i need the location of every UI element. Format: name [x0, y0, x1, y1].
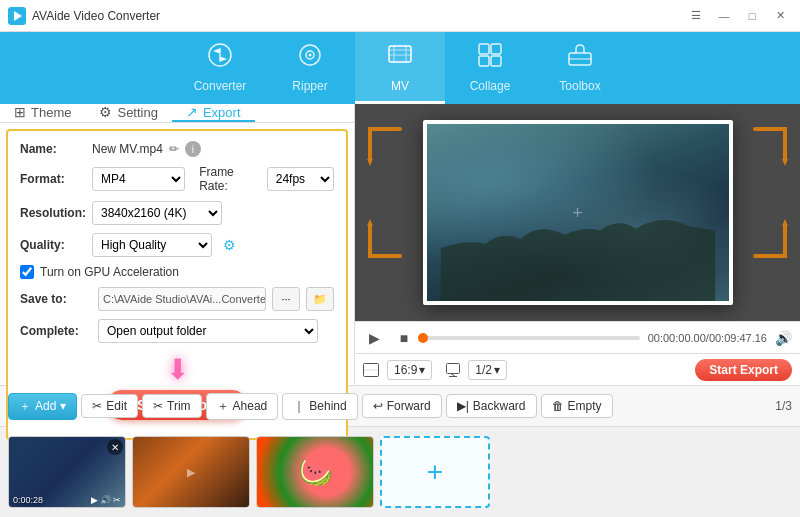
thumb1-close-btn[interactable]: ✕ [107, 439, 123, 455]
svg-rect-6 [389, 46, 411, 62]
edit-icon[interactable]: ✏ [169, 142, 179, 156]
app-title: AVAide Video Converter [32, 9, 684, 23]
quality-select[interactable]: High QualityMedium QualityLow Quality [92, 233, 212, 257]
ahead-icon: ＋ [217, 398, 229, 415]
nav-collage-label: Collage [470, 79, 511, 93]
down-arrow-icon: ⬇ [166, 353, 189, 386]
filmstrip-item-2[interactable]: ▶ [132, 436, 250, 508]
edit-button[interactable]: ✂ Edit [81, 394, 138, 418]
svg-rect-9 [479, 56, 489, 66]
complete-select[interactable]: Open output folderDo nothingShut down [98, 319, 318, 343]
time-total: 00:09:47.16 [709, 332, 767, 344]
nav-toolbox[interactable]: Toolbox [535, 32, 625, 104]
film-add-plus-icon: + [427, 456, 443, 488]
trim-button[interactable]: ✂ Trim [142, 394, 202, 418]
maximize-btn[interactable]: □ [740, 7, 764, 25]
thumb1-controls: ▶ 🔊 ✂ [91, 495, 121, 505]
name-value: New MV.mp4 [92, 142, 163, 156]
gpu-label: Turn on GPU Acceleration [40, 265, 179, 279]
resolution-icon [363, 363, 379, 377]
name-value-container: New MV.mp4 ✏ i [92, 141, 334, 157]
progress-bar[interactable] [423, 336, 640, 340]
gpu-checkbox[interactable] [20, 265, 34, 279]
name-label: Name: [20, 142, 92, 156]
time-display: 00:00:00.00/00:09:47.16 [648, 332, 767, 344]
arrow-br-overlay [740, 211, 790, 261]
aspect-bar: 16:9 ▾ 1/2 ▾ Start Export [355, 353, 800, 385]
svg-rect-10 [491, 56, 501, 66]
tab-theme[interactable]: ⊞ Theme [0, 104, 85, 122]
add-chevron-icon: ▾ [60, 399, 66, 413]
filmstrip-item-1[interactable]: ✕ 0:00:28 ▶ 🔊 ✂ [8, 436, 126, 508]
more-btn[interactable]: ··· [272, 287, 300, 311]
thumb1-duration: 0:00:28 [13, 495, 43, 505]
svg-marker-13 [367, 159, 373, 166]
add-button[interactable]: ＋ Add ▾ [8, 393, 77, 420]
svg-rect-7 [479, 44, 489, 54]
info-icon[interactable]: i [185, 141, 201, 157]
nav-converter-label: Converter [194, 79, 247, 93]
thumb1-volume-icon: 🔊 [100, 495, 111, 505]
stop-button[interactable]: ■ [393, 327, 415, 349]
svg-rect-19 [447, 363, 460, 373]
forward-button[interactable]: ↩ Forward [362, 394, 442, 418]
folder-btn[interactable]: 📁 [306, 287, 334, 311]
main-layout: ⊞ Theme ⚙ Setting ↗ Export Name: New MV.… [0, 104, 800, 385]
add-filmstrip-button[interactable]: + [380, 436, 490, 508]
nav-collage[interactable]: Collage [445, 32, 535, 104]
video-area: + [355, 104, 800, 321]
setting-gear-icon: ⚙ [99, 104, 112, 120]
tab-theme-label: Theme [31, 105, 71, 120]
ahead-button[interactable]: ＋ Ahead [206, 393, 279, 420]
resolution-row: Resolution: 3840x2160 (4K)1920x1080 (HD)… [20, 201, 334, 225]
quality-settings-btn[interactable]: ⚙ [218, 234, 240, 256]
filmstrip-item-3[interactable]: 🍉 [256, 436, 374, 508]
app-icon [8, 7, 26, 25]
page-fraction-value: 1/2 [475, 363, 492, 377]
nav-ripper[interactable]: Ripper [265, 32, 355, 104]
page-fraction-btn[interactable]: 1/2 ▾ [468, 360, 507, 380]
format-row: Format: MP4AVIMOVMKV Frame Rate: 24fps25… [20, 165, 334, 193]
titlebar: AVAide Video Converter ☰ — □ ✕ [0, 0, 800, 32]
empty-button[interactable]: 🗑 Empty [541, 394, 613, 418]
menu-btn[interactable]: ☰ [684, 7, 708, 25]
backward-button[interactable]: ▶| Backward [446, 394, 537, 418]
format-select[interactable]: MP4AVIMOVMKV [92, 167, 185, 191]
export-arrow-icon: ↗ [186, 104, 198, 120]
play-button[interactable]: ▶ [363, 327, 385, 349]
backward-icon: ▶| [457, 399, 469, 413]
tab-bar: ⊞ Theme ⚙ Setting ↗ Export [0, 104, 354, 123]
screen-icon [446, 363, 460, 377]
resolution-label: Resolution: [20, 206, 92, 220]
forward-label: Forward [387, 399, 431, 413]
start-export-sm-button[interactable]: Start Export [695, 359, 792, 381]
svg-marker-14 [782, 159, 788, 166]
behind-button[interactable]: ｜ Behind [282, 393, 357, 420]
right-panel: + ▶ ■ 00:00:00.00/00:09:47.16 🔊 16:9 ▾ [355, 104, 800, 385]
framerate-select[interactable]: 24fps25fps30fps60fps [267, 167, 334, 191]
video-preview: + [423, 120, 733, 305]
video-crosshair: + [572, 202, 583, 223]
nav-converter[interactable]: Converter [175, 32, 265, 104]
close-btn[interactable]: ✕ [768, 7, 792, 25]
nav-mv[interactable]: MV [355, 32, 445, 104]
toolbox-icon [566, 41, 594, 75]
behind-label: Behind [309, 399, 346, 413]
framerate-label: Frame Rate: [199, 165, 261, 193]
resolution-select[interactable]: 3840x2160 (4K)1920x1080 (HD)1280x720 [92, 201, 222, 225]
volume-button[interactable]: 🔊 [775, 330, 792, 346]
svg-point-5 [309, 53, 312, 56]
edit-label: Edit [106, 399, 127, 413]
tab-setting[interactable]: ⚙ Setting [85, 104, 171, 122]
aspect-ratio-btn[interactable]: 16:9 ▾ [387, 360, 432, 380]
save-path-display: C:\AVAide Studio\AVAi...Converter\MV Exp… [98, 287, 266, 311]
quality-row: Quality: High QualityMedium QualityLow Q… [20, 233, 334, 257]
arrow-tl-overlay [365, 124, 415, 174]
progress-handle[interactable] [418, 333, 428, 343]
minimize-btn[interactable]: — [712, 7, 736, 25]
thumb1-cut-icon: ✂ [113, 495, 121, 505]
tab-export[interactable]: ↗ Export [172, 104, 255, 122]
add-icon: ＋ [19, 398, 31, 415]
navbar: Converter Ripper MV Collage Toolbox [0, 32, 800, 104]
add-label: Add [35, 399, 56, 413]
